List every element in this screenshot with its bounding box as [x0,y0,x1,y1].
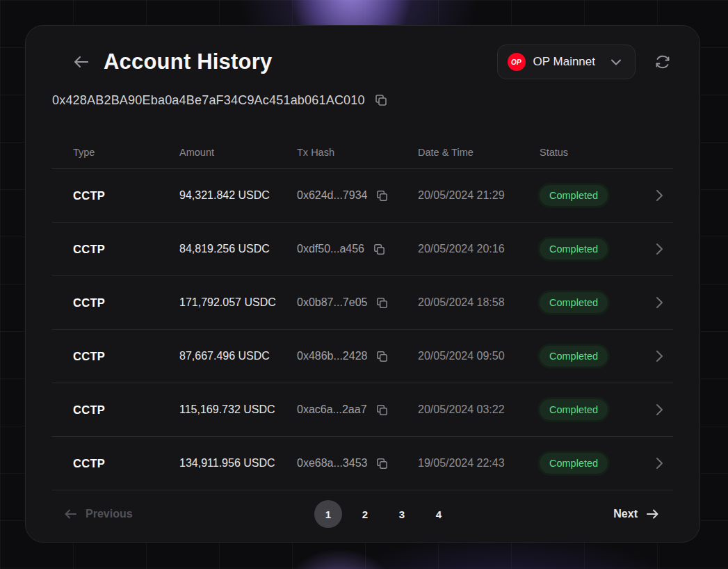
previous-page-button[interactable]: Previous [63,506,133,522]
tx-hash: 0x0b87...7e05 [297,296,367,309]
address-row: 0x428AB2BA90Eba0a4Be7aF34C9Ac451ab061AC0… [52,90,673,111]
col-header-amount: Amount [179,147,297,158]
page-button-4[interactable]: 4 [425,500,453,528]
table-row[interactable]: CCTP 87,667.496 USDC 0x486b...2428 20/05… [52,330,673,383]
copy-txhash-button[interactable] [374,348,390,364]
account-history-card: Account History OP OP Mainnet 0x428AB2BA… [25,25,700,543]
tx-datetime: 20/05/2024 09:50 [418,350,540,362]
chevron-right-icon[interactable] [651,401,668,418]
copy-icon [375,189,389,202]
status-badge: Completed [540,239,608,259]
copy-txhash-button[interactable] [374,456,390,472]
chevron-right-icon[interactable] [651,241,668,257]
copy-address-button[interactable] [373,92,389,109]
col-header-type: Type [52,147,179,158]
tx-type: CCTP [73,296,105,310]
tx-amount: 171,792.057 USDC [179,296,297,309]
copy-txhash-button[interactable] [374,295,390,311]
status-badge: Completed [540,185,608,206]
tx-amount: 115,169.732 USDC [179,403,297,416]
table-row[interactable]: CCTP 84,819.256 USDC 0xdf50...a456 20/05… [52,223,673,276]
table-row[interactable]: CCTP 171,792.057 USDC 0x0b87...7e05 20/0… [52,276,673,330]
tx-datetime: 19/05/2024 22:43 [418,457,540,470]
tx-type: CCTP [73,457,105,470]
tx-amount: 87,667.496 USDC [179,350,297,362]
tx-type: CCTP [73,403,105,417]
back-arrow-icon [72,52,91,72]
tx-hash: 0xac6a...2aa7 [297,403,367,416]
tx-datetime: 20/05/2024 21:29 [418,189,540,202]
arrow-right-icon [645,506,660,522]
table-header-row: Type Amount Tx Hash Date & Time Status [52,111,673,169]
network-select[interactable]: OP OP Mainnet [497,45,636,79]
copy-icon [375,403,389,417]
network-label: OP Mainnet [533,55,595,69]
page-number-list: 1234 [154,500,614,528]
copy-icon [375,350,389,363]
next-page-button[interactable]: Next [613,506,660,522]
tx-hash: 0xe68a...3453 [297,457,367,470]
chevron-down-icon [610,56,622,68]
tx-amount: 134,911.956 USDC [179,457,297,470]
wallet-address: 0x428AB2BA90Eba0a4Be7aF34C9Ac451ab061AC0… [52,93,365,108]
chevron-right-icon[interactable] [651,187,668,204]
col-header-datetime: Date & Time [418,147,540,158]
copy-icon [375,457,389,470]
arrow-left-icon [63,506,79,522]
previous-label: Previous [86,508,133,520]
page-button-1[interactable]: 1 [314,500,342,528]
page-button-3[interactable]: 3 [388,500,416,528]
tx-amount: 94,321.842 USDC [179,189,297,202]
copy-txhash-button[interactable] [374,188,390,204]
tx-datetime: 20/05/2024 03:22 [418,403,540,416]
tx-type: CCTP [73,243,105,256]
tx-datetime: 20/05/2024 18:58 [418,296,540,309]
next-label: Next [613,508,638,520]
table-row[interactable]: CCTP 94,321.842 USDC 0x624d...7934 20/05… [52,169,673,223]
refresh-button[interactable] [651,50,674,74]
col-header-txhash: Tx Hash [297,147,418,158]
tx-type: CCTP [73,189,105,202]
chevron-right-icon[interactable] [651,294,668,311]
tx-datetime: 20/05/2024 20:16 [418,243,540,255]
status-badge: Completed [540,292,608,313]
tx-type: CCTP [73,350,105,363]
tx-hash: 0x624d...7934 [297,189,367,202]
table-row[interactable]: CCTP 115,169.732 USDC 0xac6a...2aa7 20/0… [52,383,673,437]
refresh-icon [654,53,672,71]
history-table: Type Amount Tx Hash Date & Time Status C… [52,111,673,490]
copy-icon [375,296,389,310]
back-button[interactable] [69,49,94,74]
op-mainnet-logo-icon: OP [508,53,526,71]
tx-hash: 0x486b...2428 [297,350,367,362]
chevron-right-icon[interactable] [651,348,668,364]
pagination: Previous 1234 Next [26,490,699,542]
table-body: CCTP 94,321.842 USDC 0x624d...7934 20/05… [52,169,673,490]
chevron-right-icon[interactable] [651,455,668,472]
tx-amount: 84,819.256 USDC [179,243,297,255]
col-header-status: Status [540,147,651,158]
status-badge: Completed [540,399,608,420]
table-row[interactable]: CCTP 134,911.956 USDC 0xe68a...3453 19/0… [52,437,673,490]
page-title: Account History [104,49,272,74]
tx-hash: 0xdf50...a456 [297,243,364,255]
card-header: Account History OP OP Mainnet [69,42,674,81]
status-badge: Completed [540,346,608,367]
copy-icon [374,93,388,107]
copy-txhash-button[interactable] [371,241,387,257]
page-button-2[interactable]: 2 [351,500,379,528]
status-badge: Completed [540,453,608,474]
copy-txhash-button[interactable] [374,402,390,418]
copy-icon [373,243,386,256]
